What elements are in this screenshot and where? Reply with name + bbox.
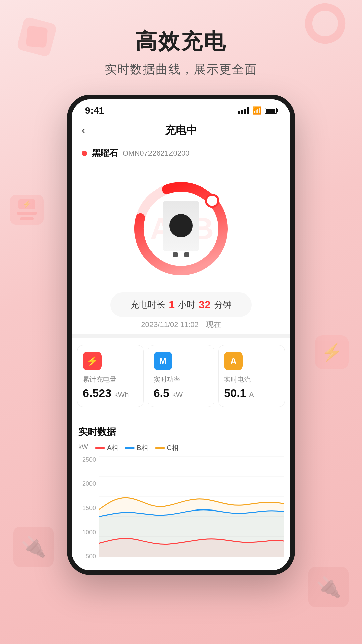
- stat-card-current: A 实时电流 50.1 A: [218, 345, 285, 407]
- y-tick-500: 500: [78, 553, 96, 560]
- charging-minutes-unit: 分钟: [214, 299, 232, 311]
- device-row: 黑曜石 OMN0722621Z0200: [72, 141, 290, 165]
- nav-title: 充电中: [165, 123, 197, 138]
- stat-icon-power: M: [154, 352, 172, 370]
- stat-unit-current: A: [249, 390, 254, 399]
- chart-y-axis: 2500 2000 1500 1000 500: [78, 456, 99, 560]
- device-status-dot: [82, 151, 87, 156]
- status-time: 9:41: [85, 105, 104, 116]
- page-title: 高效充电: [0, 27, 362, 56]
- device-image: [163, 201, 199, 257]
- legend-label-b: B相: [137, 443, 148, 452]
- y-tick-2000: 2000: [78, 480, 96, 487]
- status-icons: 📶: [238, 106, 277, 115]
- page-subtitle: 实时数据曲线，展示更全面: [0, 61, 362, 78]
- legend-line-a: [95, 447, 105, 449]
- stat-unit-power: kW: [172, 390, 183, 399]
- charging-ring: AOB: [124, 172, 238, 286]
- wifi-icon: 📶: [252, 106, 261, 115]
- charging-hours: 1: [169, 299, 175, 311]
- stats-row: ⚡ 累计充电量 6.523 kWh M 实时功率 6.5 kW: [72, 338, 290, 414]
- legend-line-c: [155, 447, 165, 449]
- stat-value-energy: 6.523 kWh: [83, 387, 138, 400]
- stat-desc-energy: 累计充电量: [83, 375, 138, 384]
- device-id: OMN0722621Z0200: [123, 149, 189, 158]
- charging-minutes: 32: [199, 299, 211, 311]
- stat-icon-current: A: [224, 352, 243, 370]
- stat-num-energy: 6.523: [83, 387, 111, 399]
- chart-legend: A相 B相 C相: [95, 443, 178, 452]
- stat-icon-energy: ⚡: [83, 352, 102, 370]
- y-tick-1500: 1500: [78, 505, 96, 512]
- phone-frame: 9:41 📶 ‹ 充电中 黑曜石 OMN072: [67, 95, 295, 575]
- stat-unit-energy: kWh: [114, 390, 129, 399]
- chart-y-label: kW: [78, 443, 88, 451]
- current-icon: A: [230, 356, 237, 366]
- stat-value-current: 50.1 A: [224, 387, 279, 400]
- battery-icon: [265, 108, 277, 114]
- stat-desc-current: 实时电流: [224, 375, 279, 384]
- chart-svg: [99, 456, 284, 557]
- status-bar: 9:41 📶: [72, 99, 290, 119]
- y-tick-1000: 1000: [78, 529, 96, 536]
- bolt-icon: ⚡: [86, 356, 98, 367]
- y-tick-2500: 2500: [78, 456, 96, 463]
- back-button[interactable]: ‹: [82, 124, 85, 137]
- stat-num-current: 50.1: [224, 387, 246, 399]
- charging-time-box: 充电时长 1 小时 32 分钟: [110, 292, 251, 317]
- legend-label-a: A相: [107, 443, 118, 452]
- stat-desc-power: 实时功率: [154, 375, 209, 384]
- chart-section: 实时数据 kW A相 B相 C相: [72, 418, 290, 570]
- page-header: 高效充电 实时数据曲线，展示更全面: [0, 0, 362, 88]
- nav-bar: ‹ 充电中: [72, 119, 290, 141]
- charging-date-range: 2023/11/02 11:02—现在: [141, 320, 221, 330]
- charging-section: AOB: [72, 165, 290, 334]
- legend-item-b: B相: [125, 443, 148, 452]
- device-name: 黑曜石: [92, 147, 118, 159]
- chart-title: 实时数据: [78, 426, 284, 438]
- phone-mockup-wrapper: 9:41 📶 ‹ 充电中 黑曜石 OMN072: [0, 95, 362, 575]
- charging-hours-unit: 小时: [178, 299, 195, 311]
- stats-divider: [72, 334, 290, 338]
- legend-line-b: [125, 447, 135, 449]
- stat-value-power: 6.5 kW: [154, 387, 209, 400]
- stat-num-power: 6.5: [154, 387, 169, 399]
- legend-label-c: C相: [167, 443, 178, 452]
- chart-area: 2500 2000 1500 1000 500: [78, 456, 284, 570]
- stat-card-power: M 实时功率 6.5 kW: [148, 345, 215, 407]
- legend-item-a: A相: [95, 443, 118, 452]
- stat-card-energy: ⚡ 累计充电量 6.523 kWh: [77, 345, 144, 407]
- legend-item-c: C相: [155, 443, 178, 452]
- signal-bars-icon: [238, 107, 249, 114]
- power-icon: M: [159, 356, 167, 366]
